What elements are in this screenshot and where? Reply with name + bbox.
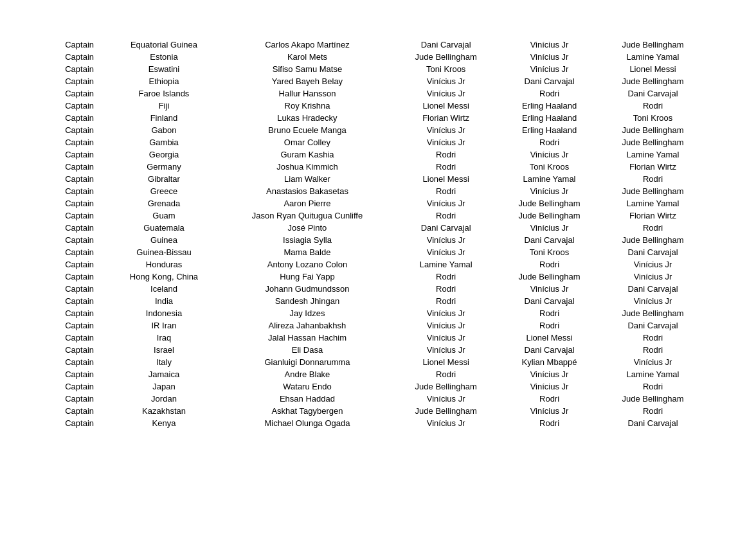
player-cell: Karol Mets [221,51,395,63]
player4-cell: Toni Kroos [601,112,705,124]
country-cell: IR Iran [107,319,220,332]
role-cell: Captain [51,283,107,295]
player-cell: Liam Walker [221,173,395,185]
player-cell: Omar Colley [221,136,395,148]
player3-cell: Lamine Yamal [498,173,601,185]
country-cell: Kenya [107,417,220,429]
player4-cell: Jude Bellingham [601,124,705,136]
player-cell: Michael Olunga Ogada [221,417,395,429]
player-cell: Sandesh Jhingan [221,295,395,307]
player4-cell: Lionel Messi [601,63,705,75]
player-cell: Wataru Endo [221,380,395,393]
role-cell: Captain [51,319,107,332]
role-cell: Captain [51,100,107,112]
player2-cell: Rodri [394,209,498,222]
country-cell: Italy [107,356,220,368]
player3-cell: Rodri [498,319,601,332]
player-cell: Joshua Kimmich [221,161,395,173]
player4-cell: Rodri [601,222,705,234]
player2-cell: Toni Kroos [394,63,498,75]
table-row: CaptainJamaicaAndre BlakeRodriVinícius J… [51,368,705,380]
player3-cell: Rodri [498,258,601,271]
role-cell: Captain [51,124,107,136]
player4-cell: Dani Carvajal [601,417,705,429]
player4-cell: Jude Bellingham [601,307,705,319]
player-cell: Gianluigi Donnarumma [221,356,395,368]
player3-cell: Lionel Messi [498,332,601,344]
player3-cell: Rodri [498,307,601,319]
player4-cell: Jude Bellingham [601,185,705,197]
player3-cell: Erling Haaland [498,124,601,136]
role-cell: Captain [51,380,107,393]
player2-cell: Vinícius Jr [394,344,498,356]
role-cell: Captain [51,332,107,344]
main-container: CaptainEquatorial GuineaCarlos Akapo Mar… [0,0,756,468]
table-row: CaptainJordanEhsan HaddadVinícius JrRodr… [51,393,705,405]
table-row: CaptainKenyaMichael Olunga OgadaVinícius… [51,417,705,429]
player3-cell: Vinícius Jr [498,283,601,295]
player2-cell: Rodri [394,148,498,161]
country-cell: Ethiopia [107,75,220,87]
player2-cell: Jude Bellingham [394,380,498,393]
country-cell: Honduras [107,258,220,271]
player4-cell: Jude Bellingham [601,136,705,148]
country-cell: Iraq [107,332,220,344]
role-cell: Captain [51,356,107,368]
player2-cell: Rodri [394,368,498,380]
player2-cell: Vinícius Jr [394,307,498,319]
player3-cell: Vinícius Jr [498,222,601,234]
player-cell: Anastasios Bakasetas [221,185,395,197]
player4-cell: Jude Bellingham [601,393,705,405]
country-cell: Gibraltar [107,173,220,185]
player2-cell: Jude Bellingham [394,405,498,417]
player4-cell: Dani Carvajal [601,246,705,258]
player4-cell: Rodri [601,380,705,393]
country-cell: Guatemala [107,222,220,234]
table-row: CaptainIcelandJohann GudmundssonRodriVin… [51,283,705,295]
country-cell: Israel [107,344,220,356]
country-cell: Kazakhstan [107,405,220,417]
table-row: CaptainGermanyJoshua KimmichRodriToni Kr… [51,161,705,173]
player4-cell: Dani Carvajal [601,319,705,332]
player2-cell: Lionel Messi [394,173,498,185]
table-row: CaptainEthiopiaYared Bayeh BelayVinícius… [51,75,705,87]
country-cell: Greece [107,185,220,197]
player2-cell: Vinícius Jr [394,319,498,332]
player-cell: Bruno Ecuele Manga [221,124,395,136]
country-cell: Gambia [107,136,220,148]
role-cell: Captain [51,222,107,234]
player3-cell: Rodri [498,87,601,100]
table-row: CaptainIR IranAlireza JahanbakhshViníciu… [51,319,705,332]
player2-cell: Rodri [394,283,498,295]
country-cell: Eswatini [107,63,220,75]
player2-cell: Vinícius Jr [394,393,498,405]
player4-cell: Florian Wirtz [601,161,705,173]
role-cell: Captain [51,307,107,319]
table-row: CaptainIsraelEli DasaVinícius JrDani Car… [51,344,705,356]
player-cell: Johann Gudmundsson [221,283,395,295]
player2-cell: Rodri [394,161,498,173]
table-row: CaptainFaroe IslandsHallur HanssonViníci… [51,87,705,100]
player3-cell: Vinícius Jr [498,405,601,417]
player-cell: Alireza Jahanbakhsh [221,319,395,332]
player4-cell: Jude Bellingham [601,39,705,51]
role-cell: Captain [51,197,107,209]
player-cell: Sifiso Samu Matse [221,63,395,75]
table-row: CaptainGuineaIssiagia SyllaVinícius JrDa… [51,234,705,246]
player2-cell: Vinícius Jr [394,417,498,429]
table-row: CaptainHong Kong, ChinaHung Fai YappRodr… [51,271,705,283]
data-table: CaptainEquatorial GuineaCarlos Akapo Mar… [51,39,705,429]
player-cell: Jason Ryan Quitugua Cunliffe [221,209,395,222]
player3-cell: Rodri [498,393,601,405]
role-cell: Captain [51,271,107,283]
player2-cell: Dani Carvajal [394,39,498,51]
player-cell: José Pinto [221,222,395,234]
country-cell: Indonesia [107,307,220,319]
player-cell: Andre Blake [221,368,395,380]
player4-cell: Jude Bellingham [601,234,705,246]
player2-cell: Vinícius Jr [394,75,498,87]
player3-cell: Vinícius Jr [498,148,601,161]
player2-cell: Vinícius Jr [394,136,498,148]
role-cell: Captain [51,148,107,161]
table-row: CaptainIraqJalal Hassan HachimVinícius J… [51,332,705,344]
